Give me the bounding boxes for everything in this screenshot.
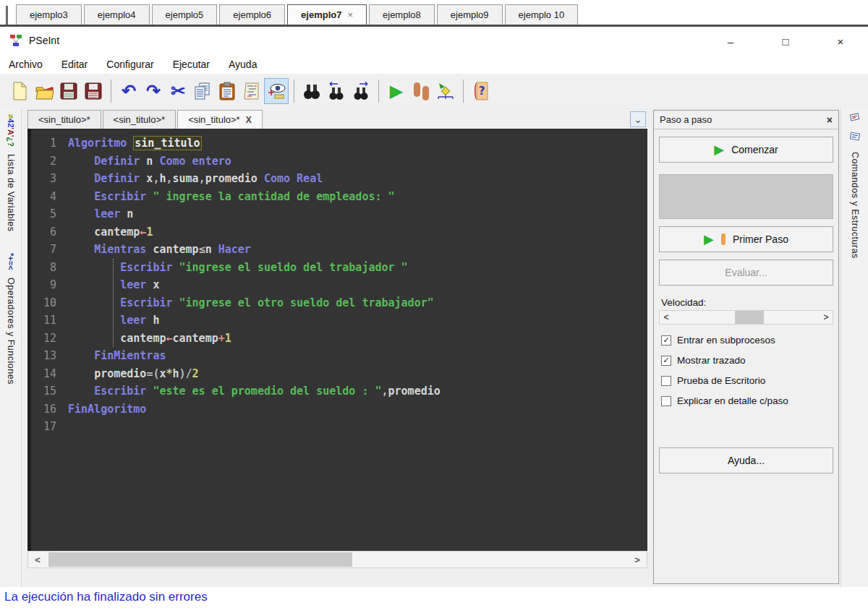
file-tab-ejemplo10[interactable]: ejemplo 10 bbox=[505, 4, 579, 25]
minimize-button[interactable]: – bbox=[703, 29, 758, 53]
maximize-button[interactable]: □ bbox=[758, 29, 813, 53]
help-icon[interactable]: ? bbox=[469, 78, 493, 104]
left-rail-section-1[interactable]: ≠42'A'¿?Lista de Variables bbox=[0, 114, 21, 231]
code-line[interactable]: 6 cantemp←1 bbox=[33, 223, 647, 241]
file-tab-label: ejemplo3 bbox=[30, 9, 68, 20]
code-line[interactable]: 4 Escribir " ingrese la cantidad de empl… bbox=[33, 188, 647, 206]
find-next-icon[interactable] bbox=[349, 78, 373, 104]
menu-archivo[interactable]: Archivo bbox=[9, 59, 43, 70]
evaluar-button[interactable]: Evaluar... bbox=[659, 260, 833, 286]
code-editor[interactable]: 1Algoritmo sin_titulo2 Definir n Como en… bbox=[27, 129, 647, 551]
file-tabstrip-tabs: ejemplo3ejemplo4ejemplo5ejemplo6ejemplo7… bbox=[16, 4, 580, 25]
cut-icon[interactable]: ✂ bbox=[166, 78, 190, 104]
checkbox-entrar-en-subprocesos[interactable]: ✓Entrar en subprocesos bbox=[661, 335, 788, 346]
menu-ejecutar[interactable]: Ejecutar bbox=[173, 59, 210, 70]
velocidad-slider[interactable]: < > bbox=[659, 310, 833, 325]
primer-paso-button[interactable]: ▶ Primer Paso bbox=[659, 226, 833, 252]
line-number: 12 bbox=[33, 330, 68, 348]
code-line[interactable]: 1Algoritmo sin_titulo bbox=[33, 134, 647, 153]
checkbox-prueba-de-escritorio[interactable]: Prueba de Escritorio bbox=[661, 375, 788, 386]
file-tab-ejemplo3[interactable]: ejemplo3 bbox=[16, 4, 82, 25]
editor-tab-1[interactable]: <sin_titulo>* bbox=[27, 110, 101, 129]
code-line[interactable]: 2 Definir n Como entero bbox=[33, 153, 647, 171]
code-line[interactable]: 13 FinMientras bbox=[33, 347, 647, 365]
comenzar-button[interactable]: ▶ Comenzar bbox=[659, 137, 833, 163]
file-tab-ejemplo5[interactable]: ejemplo5 bbox=[152, 4, 218, 25]
panel-title: Paso a paso bbox=[660, 114, 827, 125]
menu-configurar[interactable]: Configurar bbox=[106, 59, 153, 70]
code-line[interactable]: 9 leer x bbox=[33, 276, 647, 294]
code-line[interactable]: 7 Mientras cantemp≤n Hacer bbox=[33, 241, 647, 259]
code-text: Escribir " ingrese la cantidad de emplea… bbox=[68, 188, 395, 206]
menu-ayuda[interactable]: Ayuda bbox=[229, 59, 257, 70]
step-eye-icon[interactable] bbox=[264, 78, 289, 104]
right-sidebar-label[interactable]: Comandos y Estructuras bbox=[850, 152, 860, 259]
undo-icon[interactable]: ↶ bbox=[116, 78, 141, 104]
code-line[interactable]: 11 leer h bbox=[33, 312, 647, 330]
code-line[interactable]: 12 cantemp←cantemp+1 bbox=[33, 330, 647, 348]
file-tab-label: ejemplo7 bbox=[301, 9, 341, 20]
format-code-icon[interactable] bbox=[239, 78, 264, 104]
checkbox-box-icon[interactable]: ✓ bbox=[661, 356, 671, 366]
save-all-icon[interactable] bbox=[81, 78, 106, 104]
checkbox-mostrar-trazado[interactable]: ✓Mostrar trazado bbox=[661, 355, 788, 366]
code-line[interactable]: 10 Escribir "ingrese el otro sueldo del … bbox=[33, 294, 647, 312]
panel-close-icon[interactable]: × bbox=[827, 114, 833, 126]
ayuda-button[interactable]: Ayuda... bbox=[659, 447, 833, 473]
file-tab-ejemplo7[interactable]: ejemplo7× bbox=[287, 4, 367, 25]
new-file-icon[interactable] bbox=[7, 78, 32, 104]
editor-hscrollbar[interactable]: < > bbox=[27, 551, 647, 568]
right-sidebar[interactable]: Comandos y Estructuras bbox=[841, 108, 868, 587]
left-rail-label[interactable]: Lista de Variables bbox=[6, 154, 16, 231]
open-file-icon[interactable] bbox=[32, 78, 56, 104]
menu-editar[interactable]: Editar bbox=[61, 59, 88, 70]
redo-icon[interactable]: ↷ bbox=[141, 78, 166, 104]
line-number: 2 bbox=[33, 153, 68, 171]
code-line[interactable]: 3 Definir x,h,suma,promedio Como Real bbox=[33, 170, 647, 188]
save-icon[interactable] bbox=[56, 78, 81, 104]
tab-list-dropdown[interactable]: ⌄ bbox=[630, 111, 646, 127]
code-line[interactable]: 17 bbox=[33, 418, 647, 436]
code-line[interactable]: 14 promedio=(x*h)/2 bbox=[33, 365, 647, 383]
paste-icon[interactable] bbox=[215, 78, 239, 104]
code-line[interactable]: 15 Escribir "este es el promedio del sue… bbox=[33, 382, 647, 400]
file-tab-ejemplo6[interactable]: ejemplo6 bbox=[219, 4, 285, 25]
checkbox-box-icon[interactable] bbox=[661, 396, 671, 406]
line-number: 15 bbox=[33, 382, 68, 400]
scroll-right-icon[interactable]: > bbox=[629, 552, 645, 567]
left-rail-label[interactable]: Operadores y Funciones bbox=[6, 278, 16, 385]
step-run-icon[interactable] bbox=[409, 78, 433, 104]
slider-right-icon[interactable]: > bbox=[820, 311, 833, 324]
file-tab-ejemplo8[interactable]: ejemplo8 bbox=[369, 4, 435, 25]
code-line[interactable]: 16FinAlgoritmo bbox=[33, 400, 647, 419]
toolbar-separator bbox=[378, 80, 379, 103]
checkbox-box-icon[interactable] bbox=[661, 376, 671, 386]
file-tab-ejemplo9[interactable]: ejemplo9 bbox=[437, 4, 503, 25]
file-tab-ejemplo4[interactable]: ejemplo4 bbox=[84, 4, 150, 25]
slider-thumb[interactable] bbox=[735, 311, 764, 324]
find-icon[interactable] bbox=[299, 78, 324, 104]
file-tab-close-icon[interactable]: × bbox=[347, 9, 353, 20]
editor-tab-close-icon[interactable]: X bbox=[246, 115, 252, 125]
checkbox-box-icon[interactable]: ✓ bbox=[661, 335, 671, 346]
checkbox-explicar-en-detalle-c-paso[interactable]: Explicar en detalle c/paso bbox=[661, 395, 788, 406]
play-icon: ▶ bbox=[714, 143, 724, 156]
close-button[interactable]: × bbox=[813, 29, 868, 53]
find-prev-icon[interactable] bbox=[324, 78, 349, 104]
code-line[interactable]: 8 Escribir "ingrese el sueldo del trabaj… bbox=[33, 259, 647, 277]
line-number: 4 bbox=[33, 188, 68, 206]
editor-tab-3[interactable]: <sin_titulo>*X bbox=[177, 110, 263, 129]
slider-left-icon[interactable]: < bbox=[660, 311, 673, 324]
run-icon[interactable]: ▶ bbox=[384, 78, 409, 104]
flowchart-icon[interactable] bbox=[433, 78, 458, 104]
window-controls: – □ × bbox=[703, 29, 868, 53]
code-line[interactable]: 5 leer n bbox=[33, 205, 647, 223]
scroll-left-icon[interactable]: < bbox=[30, 552, 46, 567]
commands-icon bbox=[848, 113, 862, 129]
left-rail-section-2[interactable]: *+=<Operadores y Funciones bbox=[0, 253, 21, 384]
code-text: Escribir "ingrese el sueldo del trabajad… bbox=[68, 259, 408, 277]
scroll-thumb[interactable] bbox=[48, 552, 352, 567]
code-text: leer n bbox=[68, 205, 133, 223]
copy-icon[interactable] bbox=[190, 78, 215, 104]
editor-tab-2[interactable]: <sin_titulo>* bbox=[103, 110, 176, 129]
